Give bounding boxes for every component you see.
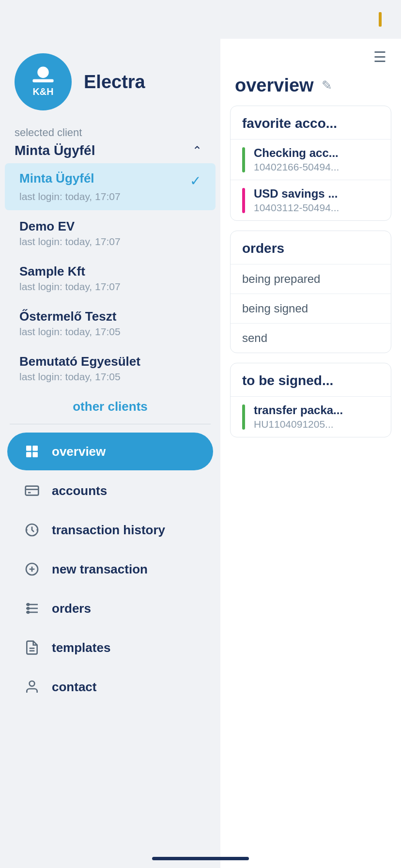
svg-point-18	[30, 681, 35, 686]
to-be-signed-card: to be signed... transfer packa... HU1104…	[230, 363, 391, 437]
to-be-signed-title: to be signed...	[231, 363, 391, 396]
divider	[10, 424, 211, 424]
nav-label-templates: templates	[52, 640, 110, 655]
svg-point-0	[37, 67, 48, 78]
signed-item-0[interactable]: transfer packa... HU1104091205...	[231, 396, 391, 437]
client-name-1: Demo EV	[19, 219, 75, 234]
selected-client-row[interactable]: Minta Ügyfél ⌃	[15, 141, 206, 162]
transaction-history-icon	[22, 520, 42, 540]
templates-icon	[22, 637, 42, 658]
client-item-0[interactable]: Minta Ügyfél ✓ last login: today, 17:07	[5, 163, 216, 210]
nav-item-new-transaction[interactable]: new transaction	[7, 550, 213, 588]
edit-icon[interactable]: ✎	[322, 78, 332, 93]
client-login-2: last login: today, 17:07	[19, 281, 201, 293]
account-name-0: Checking acc...	[254, 146, 339, 160]
overview-title-row: overview ✎	[220, 70, 401, 106]
client-list: Minta Ügyfél ✓ last login: today, 17:07 …	[0, 162, 220, 868]
favorite-accounts-title: favorite acco...	[231, 106, 391, 139]
hamburger-icon[interactable]: ☰	[373, 48, 386, 65]
svg-point-14	[27, 607, 29, 609]
account-name-1: USD savings ...	[254, 187, 339, 201]
signed-details-0: transfer packa... HU1104091205...	[254, 403, 343, 430]
client-name-2: Sample Kft	[19, 264, 85, 279]
nav-item-orders[interactable]: orders	[7, 589, 213, 627]
check-icon-0: ✓	[190, 173, 201, 189]
order-item-0[interactable]: being prepared	[231, 264, 391, 294]
account-number-1: 10403112-50494...	[254, 202, 339, 214]
client-name-4: Bemutató Egyesület	[19, 354, 140, 369]
account-bar-pink	[242, 188, 245, 213]
app-name: Electra	[84, 72, 145, 93]
client-item-3[interactable]: Őstermelő Teszt last login: today, 17:05	[5, 301, 216, 345]
account-bar-green	[242, 147, 245, 172]
nav-item-contact[interactable]: contact	[7, 668, 213, 706]
order-item-2[interactable]: send	[231, 323, 391, 353]
order-item-1[interactable]: being signed	[231, 294, 391, 323]
svg-rect-4	[32, 446, 38, 451]
new-transaction-icon	[22, 559, 42, 579]
account-number-0: 10402166-50494...	[254, 161, 339, 173]
nav-item-overview[interactable]: overview	[7, 433, 213, 470]
nav-label-orders: orders	[52, 601, 91, 616]
other-clients-button[interactable]: other clients	[0, 391, 220, 422]
signed-number-0: HU1104091205...	[254, 418, 343, 430]
orders-card-title: orders	[231, 231, 391, 264]
status-bar	[0, 0, 401, 39]
client-name-0: Minta Ügyfél	[19, 171, 94, 186]
client-login-3: last login: today, 17:05	[19, 326, 201, 338]
client-item-1[interactable]: Demo EV last login: today, 17:07	[5, 211, 216, 255]
account-details-1: USD savings ... 10403112-50494...	[254, 187, 339, 214]
nav-label-transaction-history: transaction history	[52, 523, 165, 538]
nav-label-contact: contact	[52, 680, 96, 695]
nav-item-templates[interactable]: templates	[7, 629, 213, 666]
favorite-accounts-card: favorite acco... Checking acc... 1040216…	[230, 106, 391, 221]
account-details-0: Checking acc... 10402166-50494...	[254, 146, 339, 173]
nav-label-new-transaction: new transaction	[52, 562, 148, 577]
nav-label-accounts: accounts	[52, 483, 107, 498]
svg-rect-3	[26, 446, 31, 451]
svg-text:K&H: K&H	[33, 86, 54, 97]
accounts-icon	[22, 480, 42, 501]
order-label-0: being prepared	[242, 272, 320, 286]
svg-rect-1	[32, 79, 53, 82]
logo-circle: K&H	[15, 53, 72, 110]
selected-client-label: selected client	[15, 123, 206, 141]
svg-rect-6	[32, 452, 38, 457]
order-label-1: being signed	[242, 302, 308, 315]
client-login-4: last login: today, 17:05	[19, 371, 201, 383]
chevron-up-icon[interactable]: ⌃	[192, 144, 206, 157]
orders-card: orders being prepared being signed send	[230, 231, 391, 353]
contact-icon	[22, 677, 42, 697]
account-item-1[interactable]: USD savings ... 10403112-50494...	[231, 180, 391, 220]
right-content: favorite acco... Checking acc... 1040216…	[220, 106, 401, 868]
overview-icon	[22, 441, 42, 462]
app-header: K&H Electra	[0, 39, 220, 123]
nav-item-transaction-history[interactable]: transaction history	[7, 511, 213, 549]
svg-rect-7	[26, 486, 39, 496]
nav-item-accounts[interactable]: accounts	[7, 472, 213, 510]
client-item-4[interactable]: Bemutató Egyesület last login: today, 17…	[5, 346, 216, 390]
app-container: K&H Electra selected client Minta Ügyfél…	[0, 39, 401, 868]
orders-icon	[22, 598, 42, 619]
client-section: selected client Minta Ügyfél ⌃	[0, 123, 220, 162]
right-header: ☰	[220, 39, 401, 70]
client-login-1: last login: today, 17:07	[19, 236, 201, 248]
home-indicator	[152, 857, 249, 860]
nav-menu: overview accounts	[0, 426, 220, 717]
left-panel: K&H Electra selected client Minta Ügyfél…	[0, 39, 220, 868]
account-item-0[interactable]: Checking acc... 10402166-50494...	[231, 139, 391, 180]
signed-bar	[242, 404, 245, 430]
nav-label-overview: overview	[52, 444, 106, 459]
signed-name-0: transfer packa...	[254, 403, 343, 417]
client-name-3: Őstermelő Teszt	[19, 309, 116, 324]
client-item-2[interactable]: Sample Kft last login: today, 17:07	[5, 256, 216, 300]
right-panel: ☰ overview ✎ favorite acco... Checking a…	[220, 39, 401, 868]
kh-logo-svg: K&H	[21, 60, 65, 104]
svg-point-15	[27, 611, 29, 613]
svg-point-13	[27, 604, 29, 605]
order-label-2: send	[242, 331, 267, 345]
overview-title: overview	[235, 75, 314, 96]
selected-client-name: Minta Ügyfél	[15, 143, 95, 158]
svg-rect-5	[26, 452, 31, 457]
signal-icon	[379, 12, 382, 27]
